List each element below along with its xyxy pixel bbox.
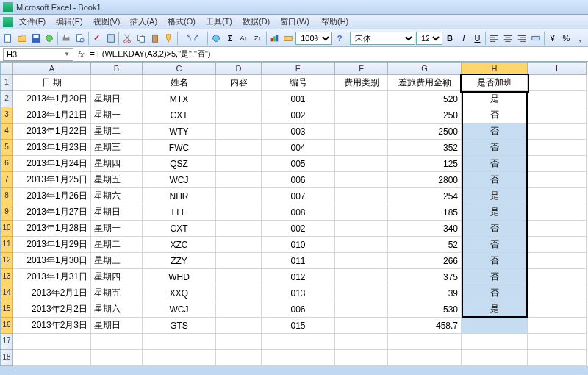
cell-E15[interactable]: 006 [262,301,335,318]
cell-H18[interactable] [462,350,528,366]
cell-B5[interactable]: 星期三 [91,140,143,156]
cell-B14[interactable]: 星期五 [91,285,143,301]
col-header-A[interactable]: A [13,62,91,75]
row-header[interactable]: 10 [0,221,13,237]
cell-A2[interactable]: 2013年1月20日 [13,91,91,107]
cell-D15[interactable] [216,301,262,318]
comma-icon[interactable]: , [573,32,587,45]
undo-icon[interactable] [179,32,193,45]
select-all-corner[interactable] [0,62,13,75]
paste-icon[interactable] [148,32,162,45]
row-header[interactable]: 6 [0,156,13,172]
cell-G11[interactable]: 52 [388,237,462,253]
cell-B9[interactable]: 星期日 [91,204,143,221]
cell-H10[interactable]: 否 [462,221,528,237]
research-icon[interactable] [104,32,118,45]
cell-I17[interactable] [528,334,587,350]
cell-E6[interactable]: 005 [262,156,335,172]
cell-H4[interactable]: 否 [462,124,528,140]
cell-A6[interactable]: 2013年1月24日 [13,156,91,172]
row-header[interactable]: 4 [0,124,13,140]
cell-D2[interactable] [216,91,262,107]
cell-D6[interactable] [216,156,262,172]
cell-F4[interactable] [335,124,388,140]
cell-B17[interactable] [91,334,143,350]
row-header[interactable]: 12 [0,253,13,269]
cell-B4[interactable]: 星期二 [91,124,143,140]
cell-F8[interactable] [335,188,388,204]
cell-H11[interactable]: 否 [462,237,528,253]
cell-A13[interactable]: 2013年1月31日 [13,269,91,285]
cell-F11[interactable] [335,237,388,253]
cell-H17[interactable] [462,334,528,350]
cell-H3[interactable]: 否 [462,107,528,124]
cell-E7[interactable]: 006 [262,172,335,188]
cell-H16[interactable] [462,318,528,334]
size-select[interactable]: 12 [416,32,442,45]
cell-C12[interactable]: ZZY [143,253,216,269]
cell-A8[interactable]: 2013年1月26日 [13,188,91,204]
cell-B16[interactable]: 星期日 [91,318,143,334]
row-header[interactable]: 1 [0,75,13,91]
cell-H6[interactable]: 否 [462,156,528,172]
cell-C15[interactable]: WCJ [143,301,216,318]
cell-F9[interactable] [335,204,388,221]
cell-D12[interactable] [216,253,262,269]
cell-B10[interactable]: 星期一 [91,221,143,237]
col-header-B[interactable]: B [91,62,143,75]
cell-I3[interactable] [528,107,587,124]
align-left-icon[interactable] [487,32,501,45]
cell-C2[interactable]: MTX [143,91,216,107]
cell-E13[interactable]: 012 [262,269,335,285]
chart-icon[interactable] [268,32,282,45]
cell-B12[interactable]: 星期三 [91,253,143,269]
drawing-icon[interactable] [282,32,295,45]
cell-C5[interactable]: FWC [143,140,216,156]
cell-C18[interactable] [143,350,216,366]
cell-G1[interactable]: 差旅费用金额 [388,75,462,91]
cell-C13[interactable]: WHD [143,269,216,285]
redo-icon[interactable] [193,32,207,45]
cell-A12[interactable]: 2013年1月30日 [13,253,91,269]
cell-C10[interactable]: CXT [143,221,216,237]
row-header[interactable]: 17 [0,334,13,350]
cell-D16[interactable] [216,318,262,334]
cell-I2[interactable] [528,91,587,107]
cell-G5[interactable]: 352 [388,140,462,156]
cell-C14[interactable]: XXQ [143,285,216,301]
cell-A11[interactable]: 2013年1月29日 [13,237,91,253]
cell-A10[interactable]: 2013年1月28日 [13,221,91,237]
cell-F13[interactable] [335,269,388,285]
col-header-D[interactable]: D [216,62,262,75]
cell-H15[interactable]: 是 [462,301,528,318]
cell-I12[interactable] [528,253,587,269]
col-header-G[interactable]: G [388,62,462,75]
cell-G13[interactable]: 375 [388,269,462,285]
cell-F5[interactable] [335,140,388,156]
col-header-H[interactable]: H [462,62,528,75]
align-center-icon[interactable] [501,32,514,45]
menu-insert[interactable]: 插入(A) [126,15,162,28]
cell-G10[interactable]: 340 [388,221,462,237]
cell-H13[interactable]: 否 [462,269,528,285]
col-header-I[interactable]: I [528,62,587,75]
format-painter-icon[interactable] [162,32,176,45]
row-header[interactable]: 3 [0,107,13,124]
menu-format[interactable]: 格式(O) [163,15,200,28]
cell-F15[interactable] [335,301,388,318]
cell-F14[interactable] [335,285,388,301]
print-icon[interactable] [60,32,73,45]
row-header[interactable]: 8 [0,188,13,204]
cell-B3[interactable]: 星期一 [91,107,143,124]
cell-B18[interactable] [91,350,143,366]
row-header[interactable]: 18 [0,350,13,366]
cell-I16[interactable] [528,318,587,334]
cell-A5[interactable]: 2013年1月23日 [13,140,91,156]
cell-G17[interactable] [388,334,462,350]
cell-F1[interactable]: 费用类别 [335,75,388,91]
align-right-icon[interactable] [515,32,528,45]
menu-window[interactable]: 窗口(W) [276,15,314,28]
col-header-E[interactable]: E [262,62,335,75]
cell-I7[interactable] [528,172,587,188]
cell-F7[interactable] [335,172,388,188]
